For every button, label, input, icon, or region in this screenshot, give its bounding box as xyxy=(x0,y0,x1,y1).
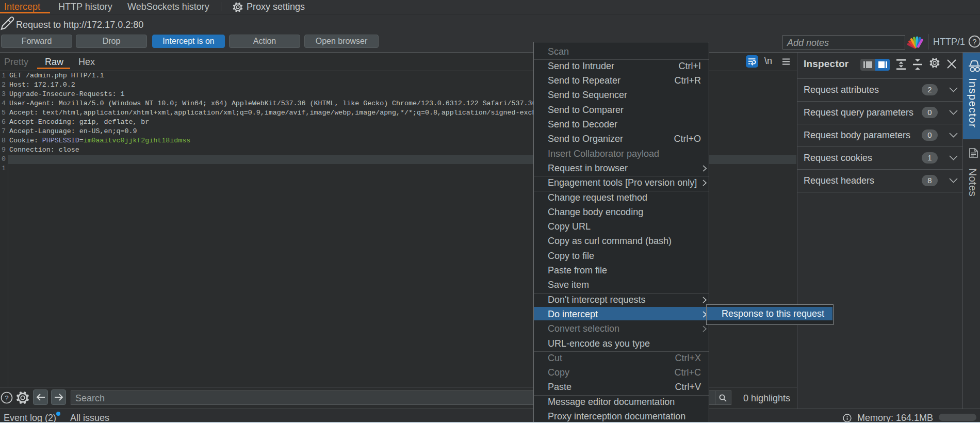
svg-text:?: ? xyxy=(5,394,8,402)
svg-text:?: ? xyxy=(973,38,977,46)
